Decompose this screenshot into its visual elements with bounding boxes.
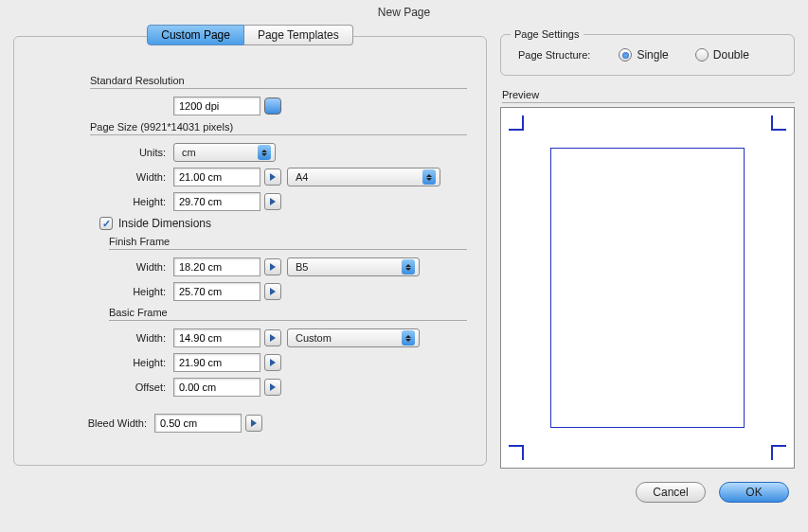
basic-width-input[interactable] bbox=[173, 328, 260, 347]
radio-double[interactable]: Double bbox=[695, 48, 749, 62]
finish-width-arrow[interactable] bbox=[264, 258, 281, 275]
radio-single[interactable]: Single bbox=[619, 48, 668, 62]
tab-custom-page[interactable]: Custom Page bbox=[147, 25, 244, 45]
resolution-input[interactable] bbox=[173, 97, 260, 115]
page-structure-label: Page Structure: bbox=[518, 49, 590, 61]
basic-height-input[interactable] bbox=[173, 353, 260, 372]
basic-height-arrow[interactable] bbox=[264, 354, 281, 371]
finish-width-label: Width: bbox=[33, 261, 173, 273]
finish-height-label: Height: bbox=[33, 286, 173, 297]
crop-mark-icon bbox=[771, 115, 786, 131]
basic-height-label: Height: bbox=[33, 357, 173, 368]
ok-button[interactable]: OK bbox=[719, 482, 789, 503]
page-width-input[interactable] bbox=[173, 168, 260, 186]
basic-width-arrow[interactable] bbox=[264, 329, 281, 346]
chevron-updown-icon bbox=[402, 259, 415, 275]
preview-box bbox=[500, 107, 795, 469]
units-dropdown[interactable]: cm bbox=[173, 143, 276, 162]
cancel-button[interactable]: Cancel bbox=[636, 482, 706, 503]
page-width-arrow[interactable] bbox=[264, 168, 281, 186]
svg-marker-3 bbox=[270, 288, 276, 295]
finish-height-arrow[interactable] bbox=[264, 283, 281, 300]
tab-bar: Custom Page Page Templates bbox=[13, 25, 487, 45]
finish-height-input[interactable] bbox=[173, 282, 260, 301]
crop-mark-icon bbox=[509, 115, 524, 131]
svg-marker-6 bbox=[270, 383, 276, 391]
page-size-section-label: Page Size (9921*14031 pixels) bbox=[90, 121, 467, 135]
crop-mark-icon bbox=[771, 445, 786, 460]
page-width-label: Width: bbox=[33, 171, 173, 183]
inside-dimensions-checkbox[interactable] bbox=[99, 217, 113, 230]
inside-dimensions-label: Inside Dimensions bbox=[118, 217, 211, 230]
basic-frame-label: Basic Frame bbox=[109, 307, 467, 321]
svg-marker-0 bbox=[270, 173, 276, 181]
chevron-updown-icon bbox=[402, 330, 415, 346]
svg-marker-4 bbox=[270, 334, 276, 342]
finish-width-input[interactable] bbox=[173, 257, 260, 276]
bleed-width-label: Bleed Width: bbox=[33, 417, 154, 429]
window-title: New Page bbox=[0, 0, 808, 25]
page-height-input[interactable] bbox=[173, 192, 260, 211]
resolution-stepper[interactable] bbox=[264, 98, 281, 115]
page-preset-dropdown[interactable]: A4 bbox=[287, 168, 440, 186]
units-label: Units: bbox=[33, 147, 173, 158]
chevron-updown-icon bbox=[422, 169, 436, 185]
tab-page-templates[interactable]: Page Templates bbox=[244, 25, 353, 45]
preview-label: Preview bbox=[502, 89, 795, 103]
preview-inner-frame bbox=[550, 148, 745, 428]
finish-frame-label: Finish Frame bbox=[109, 236, 467, 250]
chevron-updown-icon bbox=[258, 145, 271, 160]
svg-marker-1 bbox=[270, 198, 276, 205]
crop-mark-icon bbox=[509, 445, 524, 460]
svg-marker-5 bbox=[270, 359, 276, 366]
page-height-arrow[interactable] bbox=[264, 193, 281, 210]
offset-input[interactable] bbox=[173, 378, 260, 397]
offset-arrow[interactable] bbox=[264, 379, 281, 396]
svg-marker-7 bbox=[251, 419, 257, 427]
finish-preset-dropdown[interactable]: B5 bbox=[287, 257, 420, 276]
page-settings-title: Page Settings bbox=[511, 28, 584, 40]
svg-marker-2 bbox=[270, 263, 276, 271]
custom-page-panel: Standard Resolution Page Size (9921*1403… bbox=[13, 36, 487, 466]
bleed-width-input[interactable] bbox=[154, 414, 242, 433]
basic-preset-dropdown[interactable]: Custom bbox=[287, 328, 420, 347]
basic-width-label: Width: bbox=[33, 332, 173, 344]
offset-label: Offset: bbox=[33, 381, 173, 393]
page-settings-panel: Page Settings Page Structure: Single Dou… bbox=[500, 34, 795, 76]
bleed-width-arrow[interactable] bbox=[245, 415, 262, 432]
page-height-label: Height: bbox=[33, 196, 173, 207]
resolution-section-label: Standard Resolution bbox=[90, 75, 467, 89]
